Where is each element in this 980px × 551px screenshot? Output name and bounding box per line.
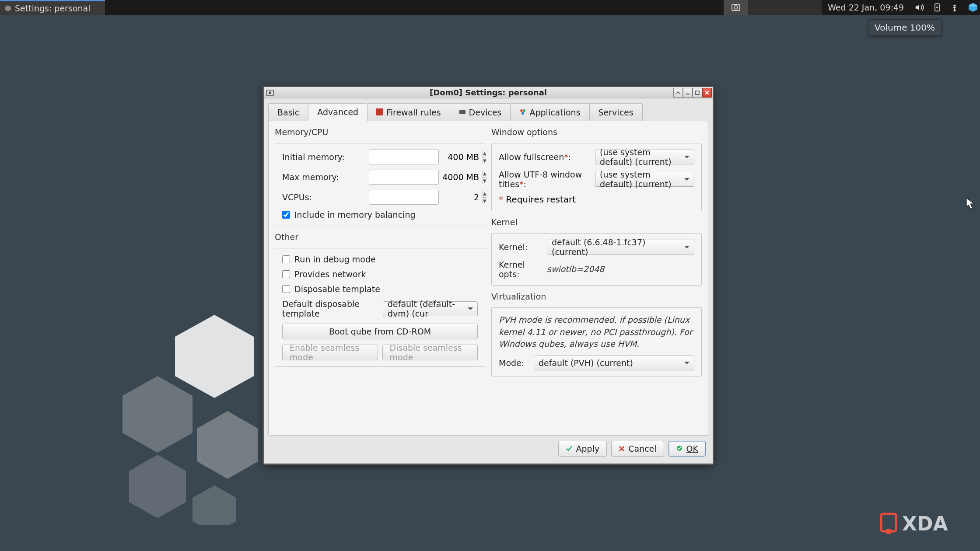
initial-memory-label: Initial memory:: [282, 152, 364, 162]
applications-icon: [519, 108, 526, 117]
window-menu-icon[interactable]: [266, 88, 274, 97]
svg-rect-14: [686, 94, 690, 94]
apply-button[interactable]: Apply: [558, 441, 607, 457]
tab-applications[interactable]: Applications: [510, 103, 589, 121]
tray-screenshot-button[interactable]: [724, 0, 748, 15]
svg-point-13: [269, 91, 271, 94]
default-disposable-select[interactable]: default (default-dvm) (cur: [383, 301, 478, 316]
mouse-cursor: [966, 198, 975, 212]
minimize-button[interactable]: [683, 88, 693, 98]
debug-mode-checkbox[interactable]: Run in debug mode: [282, 255, 478, 264]
window-title: [Dom0] Settings: personal: [264, 88, 713, 97]
qube-icon: [4, 5, 11, 12]
allow-fullscreen-label: Allow fullscreen*:: [499, 152, 591, 162]
svg-marker-10: [129, 455, 186, 518]
svg-point-20: [522, 112, 524, 115]
svg-marker-9: [197, 411, 258, 479]
tray-slot-3[interactable]: [797, 0, 822, 15]
svg-rect-17: [459, 110, 466, 114]
group-memory: Initial memory: ▲▼ Max memory: ▲▼: [275, 143, 485, 226]
volume-tooltip: Volume 100%: [868, 19, 942, 36]
kernel-opts-label: Kernel opts:: [499, 260, 542, 279]
initial-memory-input[interactable]: ▲▼: [369, 150, 439, 164]
top-panel: Settings: personal Wed 22 Jan, 09:49: [0, 0, 980, 15]
disable-seamless-button[interactable]: Disable seamless mode: [382, 345, 478, 360]
group-window: Allow fullscreen*: (use system default) …: [491, 143, 702, 211]
titlebar[interactable]: [Dom0] Settings: personal: [264, 87, 713, 98]
tab-panel-advanced: Memory/CPU Initial memory: ▲▼ Max memory…: [268, 121, 708, 436]
virt-mode-select[interactable]: default (PVH) (current): [534, 356, 694, 370]
virt-mode-label: Mode:: [499, 358, 529, 368]
memory-balancing-checkbox[interactable]: Include in memory balancing: [282, 210, 478, 220]
settings-dialog: [Dom0] Settings: personal Basic Advanced…: [262, 86, 714, 465]
group-other: Run in debug mode Provides network Dispo…: [275, 248, 485, 367]
maximize-button[interactable]: [693, 88, 702, 98]
tab-basic[interactable]: Basic: [268, 103, 308, 121]
group-kernel: Kernel: default (6.6.48-1.fc37) (current…: [491, 233, 702, 286]
tab-bar: Basic Advanced Firewall rules Devices Ap…: [268, 103, 708, 121]
tab-advanced[interactable]: Advanced: [308, 103, 368, 121]
kernel-label: Kernel:: [499, 242, 542, 252]
tray-slot-1[interactable]: [748, 0, 773, 15]
svg-rect-16: [376, 108, 383, 115]
boot-cdrom-button[interactable]: Boot qube from CD-ROM: [282, 324, 478, 339]
tray-slot-2[interactable]: [773, 0, 797, 15]
spin-up-icon[interactable]: ▲: [483, 150, 486, 157]
group-virt: PVH mode is recommended, if possible (Li…: [491, 307, 702, 377]
svg-marker-7: [175, 315, 254, 398]
devices-icon: [459, 108, 466, 117]
enable-seamless-button[interactable]: Enable seamless mode: [282, 345, 378, 360]
cancel-button[interactable]: Cancel: [611, 441, 664, 457]
group-label-virt: Virtualization: [491, 292, 702, 301]
group-label-other: Other: [275, 232, 485, 242]
svg-point-2: [734, 6, 738, 9]
dialog-button-row: Apply Cancel OK: [268, 436, 708, 459]
svg-text:XDA: XDA: [902, 513, 948, 535]
svg-marker-8: [122, 376, 192, 453]
firewall-icon: [376, 108, 383, 117]
tab-services[interactable]: Services: [589, 103, 643, 121]
group-label-memory: Memory/CPU: [275, 127, 485, 137]
allow-fullscreen-select[interactable]: (use system default) (current): [595, 150, 694, 164]
allow-utf8-select[interactable]: (use system default) (current): [595, 172, 694, 187]
svg-point-19: [523, 109, 525, 112]
xda-watermark: XDA: [879, 509, 967, 538]
group-label-kernel: Kernel: [491, 217, 702, 227]
qubes-tray-icon[interactable]: [963, 0, 980, 15]
usb-icon[interactable]: [946, 0, 963, 15]
restart-note: * Requires restart: [499, 194, 694, 205]
taskbar-item-settings[interactable]: Settings: personal: [0, 0, 105, 15]
spin-down-icon[interactable]: ▼: [483, 157, 486, 164]
default-disposable-label: Default disposable template: [282, 299, 378, 318]
tab-firewall[interactable]: Firewall rules: [367, 103, 450, 121]
vcpus-input[interactable]: ▲▼: [369, 190, 439, 205]
svg-rect-15: [696, 91, 699, 94]
svg-point-18: [520, 109, 523, 112]
allow-utf8-label: Allow UTF-8 window titles*:: [499, 170, 591, 189]
disposable-template-checkbox[interactable]: Disposable template: [282, 284, 478, 294]
volume-icon[interactable]: [910, 0, 928, 15]
kernel-select[interactable]: default (6.6.48-1.fc37) (current): [547, 240, 694, 255]
close-button[interactable]: [702, 88, 712, 98]
svg-rect-23: [886, 529, 891, 534]
desktop-logo: [105, 297, 289, 527]
ok-button[interactable]: OK: [668, 441, 706, 457]
ok-icon: [676, 444, 683, 453]
shade-button[interactable]: [673, 88, 683, 98]
taskbar-item-label: Settings: personal: [15, 3, 90, 13]
kernel-opts-value: swiotlb=2048: [547, 263, 604, 276]
battery-icon[interactable]: [928, 0, 946, 15]
vcpus-label: VCPUs:: [282, 192, 364, 202]
provides-network-checkbox[interactable]: Provides network: [282, 269, 478, 279]
clock[interactable]: Wed 22 Jan, 09:49: [822, 0, 910, 15]
tab-devices[interactable]: Devices: [450, 103, 511, 121]
group-label-window: Window options: [491, 127, 702, 137]
max-memory-input[interactable]: ▲▼: [369, 170, 439, 185]
x-icon: [619, 444, 625, 453]
virt-note: PVH mode is recommended, if possible (Li…: [499, 314, 694, 350]
svg-marker-11: [192, 485, 236, 525]
svg-marker-0: [5, 5, 11, 11]
check-icon: [566, 444, 573, 453]
max-memory-label: Max memory:: [282, 172, 364, 182]
